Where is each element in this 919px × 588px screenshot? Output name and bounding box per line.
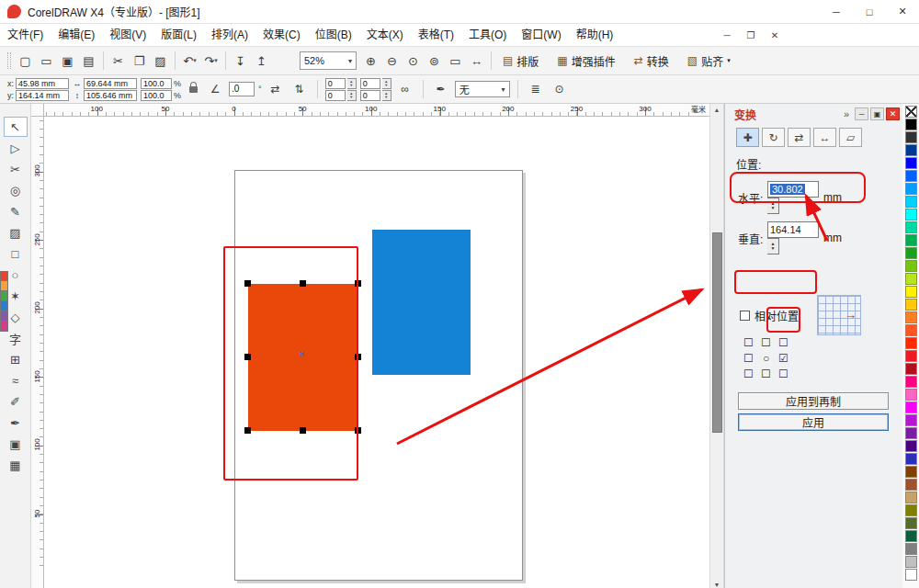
anchor-cell[interactable]: ☐ [740, 366, 757, 381]
rotate-button[interactable]: ↻ [762, 128, 785, 147]
color-swatch[interactable] [905, 324, 917, 336]
color-swatch[interactable] [905, 234, 917, 246]
color-swatch[interactable] [905, 247, 917, 259]
corner-tl-field[interactable]: 0 [325, 78, 346, 89]
anchor-cell[interactable]: ☐ [740, 334, 757, 350]
color-swatch[interactable] [0, 271, 8, 281]
corner-bl-spinner[interactable]: ▲▼ [347, 90, 357, 101]
color-swatch[interactable] [905, 517, 917, 529]
open-icon[interactable]: ▭ [36, 51, 57, 72]
maximize-button[interactable]: □ [853, 0, 886, 23]
color-swatch[interactable] [905, 299, 917, 311]
anchor-cell[interactable]: ☐ [740, 350, 757, 366]
vertical-scrollbar[interactable]: ▲ ▼ [709, 104, 724, 588]
color-swatch[interactable] [905, 376, 917, 388]
menu-item[interactable]: 编辑(E) [51, 24, 102, 47]
selection-handle[interactable] [355, 354, 361, 360]
color-swatch[interactable] [905, 119, 917, 130]
wrap-text-button[interactable]: ≣ [526, 79, 546, 99]
interactive-fill-tool[interactable]: ▦ [4, 455, 28, 475]
fill-tool[interactable]: ▣ [4, 434, 28, 454]
color-swatch[interactable] [905, 414, 917, 426]
color-swatch[interactable] [905, 479, 917, 491]
doc-restore-button[interactable]: ❐ [744, 30, 757, 40]
object-width-field[interactable]: 69.644 mm [84, 78, 137, 89]
minimize-button[interactable]: ─ [820, 0, 853, 23]
undo-icon[interactable]: ↶▾ [179, 51, 200, 72]
anchor-cell[interactable]: ☐ [775, 366, 792, 381]
crop-tool[interactable]: ✂ [4, 159, 28, 179]
anchor-cell[interactable]: ○ [757, 350, 775, 366]
corner-tl-spinner[interactable]: ▲▼ [347, 78, 357, 89]
selection-handle[interactable] [355, 427, 361, 434]
docker-close-button[interactable]: ✕ [886, 107, 900, 120]
position-button[interactable]: ✚ [736, 128, 759, 147]
color-swatch[interactable] [905, 273, 917, 285]
color-swatch[interactable] [905, 466, 917, 478]
copy-icon[interactable]: ❐ [129, 51, 150, 72]
zoom-level-select[interactable]: 52% ▾ [300, 51, 357, 70]
smart-fill-tool[interactable]: ▨ [4, 222, 28, 243]
menu-item[interactable]: 位图(B) [308, 24, 359, 47]
menu-item[interactable]: 工具(O) [461, 24, 514, 47]
new-icon[interactable]: ▢ [15, 51, 36, 72]
vertical-value-input[interactable]: 164.14 [767, 221, 819, 238]
skew-button[interactable]: ▱ [839, 128, 862, 147]
color-swatch[interactable] [905, 504, 917, 516]
color-swatch[interactable] [0, 291, 8, 301]
menu-item[interactable]: 文件(F) [0, 24, 51, 47]
menu-item[interactable]: 效果(C) [255, 24, 308, 47]
scale-y-field[interactable]: 100.0 [141, 90, 172, 101]
color-swatch[interactable] [905, 543, 917, 555]
layout-button[interactable]: ▤ 排版 [495, 50, 550, 72]
color-swatch[interactable] [905, 350, 917, 362]
menu-item[interactable]: 视图(V) [102, 24, 153, 47]
vertical-ruler[interactable]: 30025020015010050 [31, 117, 44, 588]
color-swatch[interactable] [905, 440, 917, 452]
anchor-cell[interactable]: ☑ [775, 350, 792, 366]
lock-ratio-button[interactable] [185, 78, 201, 100]
ruler-origin[interactable] [31, 104, 44, 117]
redo-icon[interactable]: ↷▾ [200, 51, 221, 72]
color-swatch[interactable] [0, 322, 8, 332]
corner-tr-field[interactable]: 0 [360, 78, 380, 89]
object-center-mark[interactable]: ✕ [298, 349, 305, 359]
selection-handle[interactable] [244, 354, 251, 360]
color-swatch[interactable] [905, 286, 917, 298]
scroll-down-icon[interactable]: ▼ [710, 582, 723, 588]
color-swatch[interactable] [905, 157, 917, 169]
menu-item[interactable]: 窗口(W) [514, 24, 568, 47]
mirror-vertical-button[interactable]: ⇅ [289, 79, 310, 99]
scroll-up-icon[interactable]: ▲ [710, 104, 723, 117]
outline-width-select[interactable]: 无 ▾ [455, 81, 510, 97]
shape-tool[interactable]: ▷ [4, 138, 28, 158]
export-icon[interactable]: ↥ [251, 51, 272, 72]
color-swatch[interactable] [905, 337, 917, 349]
color-swatch[interactable] [905, 569, 917, 581]
size-button[interactable]: ↔ [813, 128, 836, 147]
color-swatch[interactable] [905, 196, 917, 208]
object-height-field[interactable]: 105.646 mm [84, 90, 137, 101]
pick-tool[interactable]: ↖ [4, 117, 28, 137]
vertical-spinner[interactable]: ▲▼ [767, 238, 779, 254]
selection-handle[interactable] [300, 427, 306, 434]
freehand-tool[interactable]: ✎ [4, 201, 28, 221]
paste-icon[interactable]: ▨ [150, 51, 171, 72]
lock-corners-button[interactable]: ∞ [395, 79, 415, 99]
color-swatch[interactable] [905, 209, 917, 220]
color-swatch[interactable] [905, 311, 917, 323]
corner-br-spinner[interactable]: ▲▼ [382, 90, 391, 101]
zoom-all-icon[interactable]: ⊚ [424, 51, 445, 72]
convert-button[interactable]: ⇄ 转换 [627, 50, 680, 72]
color-swatch[interactable] [0, 301, 8, 311]
relative-position-checkbox[interactable] [740, 311, 750, 321]
horizontal-ruler[interactable]: 10050050100150200250300 毫米 [44, 104, 709, 117]
import-icon[interactable]: ↧ [230, 51, 251, 72]
apply-button[interactable]: 应用 [738, 413, 889, 431]
blend-tool[interactable]: ≈ [4, 370, 28, 390]
selection-handle[interactable] [244, 280, 251, 287]
outline-tool[interactable]: ✒ [4, 413, 28, 433]
rectangle-tool[interactable]: □ [4, 243, 28, 264]
color-swatch[interactable] [905, 453, 917, 465]
close-button[interactable]: ✕ [886, 0, 919, 23]
